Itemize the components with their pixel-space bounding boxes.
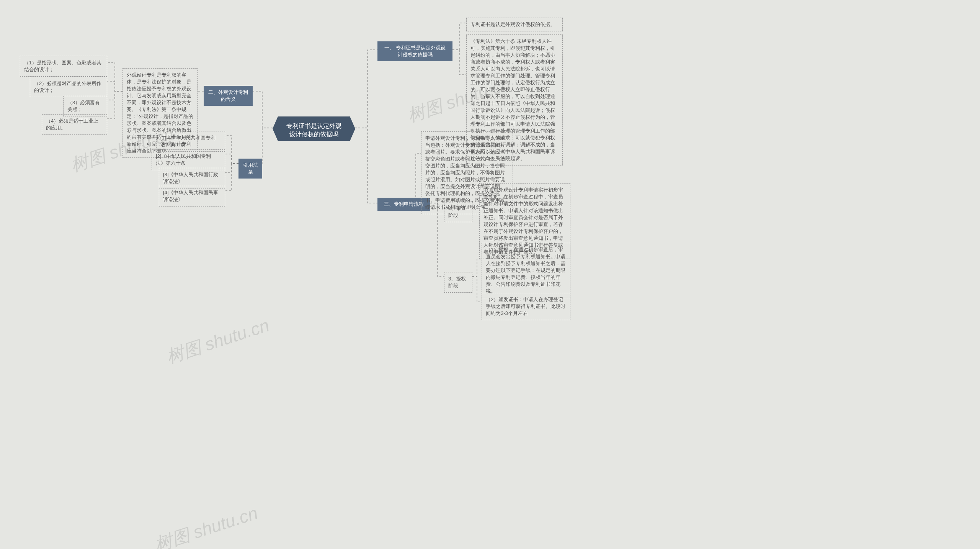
branch-4-leaf-2[interactable]: [3]《中华人民共和国行政诉讼法》 [159,168,225,188]
leaf-text: （1）是指形状、图案、色彩或者其结合的设计； [24,60,101,72]
leaf-text: [1]《中华人民共和国专利法》第二条 [160,135,216,147]
mindmap-canvas: 专利证书是认定外观设计侵权的依据吗 一、 专利证书是认定外观设计侵权的依据吗 专… [0,0,980,549]
branch-2-label: 二、外观设计专利的含义 [208,89,248,102]
leaf-text: 3、授权阶段 [448,276,466,288]
branch-3-label: 三、专利申请流程 [384,201,424,207]
leaf-text: [4]《中华人民共和国民事诉讼法》 [163,190,218,202]
branch-4-leaf-3[interactable]: [4]《中华人民共和国民事诉讼法》 [159,186,225,206]
branch-2-leaf-0[interactable]: （1）是指形状、图案、色彩或者其结合的设计； [20,56,107,77]
branch-1-label: 一、 专利证书是认定外观设计侵权的依据吗 [384,45,446,57]
leaf-text: [3]《中华人民共和国行政诉讼法》 [163,172,218,184]
root-label: 专利证书是认定外观设计侵权的依据吗 [286,123,341,138]
leaf-text: 专利证书是认定外观设计侵权的依据。 [470,21,555,27]
branch-1[interactable]: 一、 专利证书是认定外观设计侵权的依据吗 [377,41,452,61]
leaf-text: （2）必须是对产品的外表所作的设计； [34,80,101,93]
branch-4[interactable]: 引用法条 [238,159,262,179]
leaf-text: （1）授权：在通过初步审查后，审查员会发出授予专利权通知书。申请人在接到授予专利… [486,247,565,294]
branch-3-stage-2-label[interactable]: 3、授权阶段 [444,272,472,293]
branch-2-leaf-3[interactable]: （4）必须是适于工业上的应用。 [42,114,107,135]
branch-1-leaf-0[interactable]: 专利证书是认定外观设计侵权的依据。 [466,18,563,31]
leaf-text: 2、审查阶段 [448,205,466,218]
branch-2-leaf-1[interactable]: （2）必须是对产品的外表所作的设计； [30,77,107,97]
leaf-text: （4）必须是适于工业上的应用。 [46,118,98,131]
branch-2-leaf-2[interactable]: （3）必须富有美感； [63,96,107,116]
branch-3-stage-2-item-1[interactable]: （2）颁发证书：申请人在办理登记手续之后即可获得专利证书。此段时间约为2-3个月… [482,293,570,320]
branch-4-leaf-1[interactable]: [2]《中华人民共和国专利法》第六十条 [152,149,225,170]
branch-3-stage-1-label[interactable]: 2、审查阶段 [444,202,472,222]
leaf-text: （2）颁发证书：申请人在办理登记手续之后即可获得专利证书。此段时间约为2-3个月… [486,297,565,316]
branch-4-leaf-0[interactable]: [1]《中华人民共和国专利法》第二条 [156,131,225,152]
watermark: 树图 shutu.cn [163,313,272,369]
leaf-text: [2]《中华人民共和国专利法》第六十条 [156,153,211,166]
branch-2[interactable]: 二、外观设计专利的含义 [204,86,253,106]
branch-3-stage-2-item-0[interactable]: （1）授权：在通过初步审查后，审查员会发出授予专利权通知书。申请人在接到授予专利… [482,243,570,298]
leaf-text: （3）必须富有美感； [67,100,100,112]
branch-4-label: 引用法条 [243,162,258,175]
root-node[interactable]: 专利证书是认定外观设计侵权的依据吗 [278,116,350,141]
watermark: 树图 shutu.cn [152,501,261,549]
